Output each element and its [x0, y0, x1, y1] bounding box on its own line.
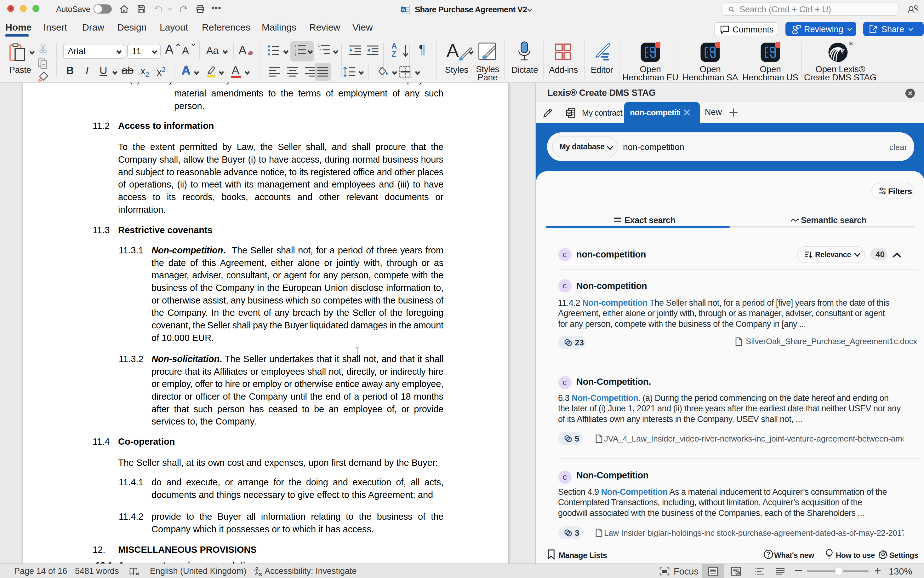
svg-text:1: 1 — [318, 44, 320, 47]
svg-text:1: 1 — [295, 44, 296, 48]
svg-text:i: i — [321, 52, 322, 56]
svg-text:W: W — [402, 8, 405, 12]
svg-text:3: 3 — [295, 53, 296, 56]
svg-text:W: W — [567, 111, 571, 115]
svg-text:2: 2 — [295, 48, 296, 52]
svg-text:a: a — [319, 48, 321, 52]
